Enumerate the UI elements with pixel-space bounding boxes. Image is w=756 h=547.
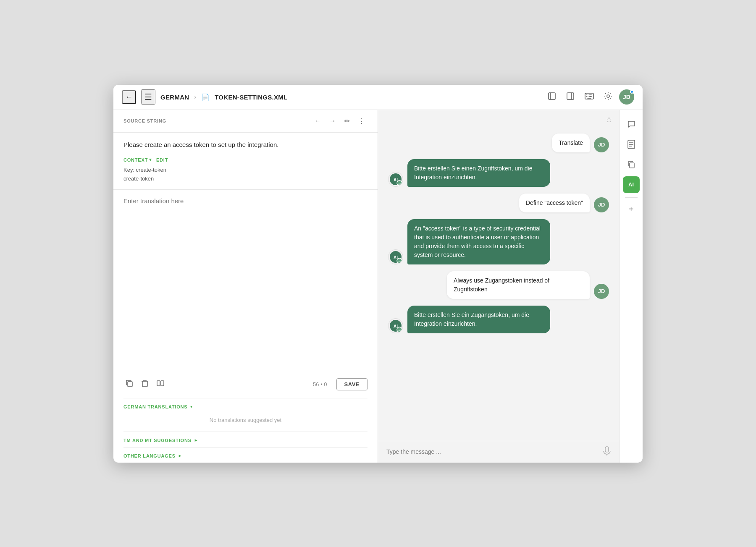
edit-button[interactable]: EDIT [156, 157, 168, 162]
avatar-initials: JD [623, 94, 630, 100]
chat-panel: ☆ JD Translate AI [378, 110, 619, 463]
context-key: Key: create-token [123, 166, 368, 175]
sidebar-copy-button[interactable] [623, 156, 640, 173]
source-string-header: SOURCE STRING ← → ✏ ⋮ [113, 110, 378, 133]
breadcrumb-file: TOKEN-SETTINGS.XML [215, 94, 287, 101]
breadcrumb-lang: GERMAN [160, 94, 189, 101]
sidebar-add-button[interactable]: + [625, 203, 638, 216]
more-options-button[interactable]: ⋮ [356, 116, 368, 126]
delete-action-icon[interactable] [139, 377, 150, 391]
ai-bubble: Bitte erstellen Sie einen Zugriffstoken,… [407, 159, 550, 187]
other-languages-label: OTHER LANGUAGES [123, 453, 176, 458]
mic-button[interactable] [603, 446, 611, 458]
edit-pencil-button[interactable]: ✏ [342, 116, 352, 126]
prev-string-button[interactable]: ← [312, 116, 323, 126]
app-window: ← ☰ GERMAN › 📄 TOKEN-SETTINGS.XML [113, 85, 643, 463]
message-row: AI AI An "access token" is a type of sec… [388, 219, 609, 264]
message-row: AI AI Bitte erstellen Sie ein Zugangstok… [388, 306, 609, 333]
ai-logo-svg: AI AI [389, 319, 402, 332]
other-languages-arrow: ► [178, 453, 182, 458]
avatar[interactable]: JD [619, 89, 634, 105]
user-avatar: JD [594, 137, 609, 152]
context-key-value: create-token [123, 175, 368, 183]
message-row: JD Define "access token" [388, 194, 609, 212]
other-languages-section-header[interactable]: OTHER LANGUAGES ► [113, 448, 378, 463]
svg-text:AI: AI [398, 329, 401, 332]
star-button[interactable]: ☆ [606, 115, 612, 124]
svg-point-16 [607, 95, 609, 97]
message-row: JD Always use Zugangstoken instead of Zu… [388, 271, 609, 299]
ai-avatar: AI AI [388, 172, 403, 187]
chat-input[interactable] [386, 448, 599, 455]
svg-rect-19 [157, 381, 160, 386]
translation-input[interactable] [123, 196, 368, 238]
right-sidebar: AI + [619, 110, 643, 463]
german-translations-section-header[interactable]: GERMAN TRANSLATIONS ▾ [113, 398, 378, 414]
german-translations-arrow: ▾ [190, 404, 192, 409]
source-text: Please create an access token to set up … [113, 133, 378, 154]
svg-rect-18 [142, 381, 147, 387]
german-translations-content: No translations suggested yet [113, 414, 378, 432]
ai-bubble: Bitte erstellen Sie ein Zugangstoken, um… [407, 306, 550, 333]
top-bar-left: ← ☰ GERMAN › 📄 TOKEN-SETTINGS.XML [122, 89, 539, 105]
next-string-button[interactable]: → [327, 116, 339, 126]
file-icon: 📄 [201, 93, 210, 101]
user-avatar: JD [594, 197, 609, 212]
panel-toggle-button[interactable] [563, 89, 578, 105]
translation-area [113, 190, 378, 373]
user-bubble: Translate [552, 133, 590, 152]
ai-avatar: AI AI [388, 318, 403, 333]
user-bubble: Always use Zugangstoken instead of Zugri… [447, 271, 590, 299]
ai-logo-svg: AI AI [389, 250, 402, 264]
tm-mt-section-header[interactable]: TM AND MT SUGGESTIONS ► [113, 432, 378, 447]
message-row: AI AI Bitte erstellen Sie einen Zugriffs… [388, 159, 609, 187]
no-translations-text: No translations suggested yet [210, 417, 281, 423]
sidebar-chat-button[interactable] [623, 116, 640, 133]
ai-avatar-inner: AI AI [388, 318, 403, 333]
breadcrumb-sep: › [194, 94, 196, 100]
copy-action-icon[interactable] [123, 377, 135, 391]
user-bubble: Define "access token" [519, 194, 590, 212]
plus-icon: + [629, 204, 634, 214]
translation-actions: 56 • 0 SAVE [113, 373, 378, 398]
top-bar: ← ☰ GERMAN › 📄 TOKEN-SETTINGS.XML [113, 85, 643, 110]
context-button[interactable]: CONTEXT ▾ [123, 157, 152, 162]
ai-avatar: AI AI [388, 249, 403, 264]
sidebar-ai-button[interactable]: AI [623, 176, 640, 193]
save-button[interactable]: SAVE [336, 378, 368, 390]
chat-header: ☆ [378, 110, 619, 129]
svg-rect-17 [128, 382, 132, 387]
keyboard-button[interactable] [581, 90, 597, 104]
message-row: JD Translate [388, 133, 609, 152]
sidebar-document-button[interactable] [623, 136, 640, 153]
chat-messages: JD Translate AI AI [378, 129, 619, 441]
main-content: SOURCE STRING ← → ✏ ⋮ Please create an a… [113, 110, 643, 463]
svg-text:AI: AI [398, 183, 401, 185]
sidebar-toggle-button[interactable] [544, 89, 559, 105]
svg-rect-20 [161, 381, 164, 386]
ai-logo-svg: AI AI [389, 173, 402, 186]
sidebar-divider [625, 197, 638, 198]
hamburger-button[interactable]: ☰ [141, 89, 155, 105]
ai-bubble: An "access token" is a type of security … [407, 219, 550, 264]
back-button[interactable]: ← [122, 90, 136, 104]
ai-avatar-inner: AI AI [388, 172, 403, 187]
left-panel: SOURCE STRING ← → ✏ ⋮ Please create an a… [113, 110, 378, 463]
tm-mt-label: TM AND MT SUGGESTIONS [123, 438, 192, 443]
chat-input-area [378, 441, 619, 463]
svg-rect-33 [605, 447, 609, 452]
top-bar-right: JD [544, 89, 634, 105]
svg-rect-0 [549, 93, 555, 99]
settings-button[interactable] [601, 89, 616, 105]
user-avatar: JD [594, 284, 609, 299]
char-count: 56 • 0 [313, 381, 327, 387]
split-action-icon[interactable] [155, 377, 166, 391]
ai-avatar-inner: AI AI [388, 249, 403, 264]
context-row: CONTEXT ▾ EDIT [113, 154, 378, 164]
svg-rect-2 [567, 93, 574, 99]
svg-text:AI: AI [398, 260, 401, 263]
avatar-notification-dot [630, 90, 634, 94]
ai-label: AI [628, 181, 634, 188]
source-string-label: SOURCE STRING [123, 118, 308, 123]
svg-rect-39 [630, 163, 634, 168]
